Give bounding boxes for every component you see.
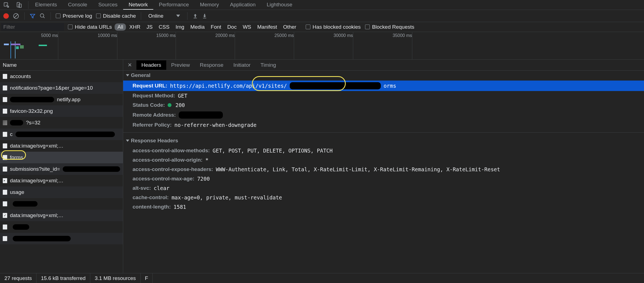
header-name: content-length: [133, 204, 171, 210]
request-row[interactable]: netlify.app [0, 94, 123, 105]
header-row: access-control-expose-headers:WWW-Authen… [123, 165, 644, 174]
disable-cache-label: Disable cache [103, 13, 136, 19]
checkbox-icon [306, 25, 310, 29]
type-filter-doc[interactable]: Doc [225, 23, 239, 31]
request-row[interactable]: data:image/svg+xml;… [0, 210, 123, 221]
header-row: alt-svc:clear [123, 183, 644, 193]
file-file-icon [3, 190, 7, 195]
request-row[interactable]: accounts [0, 71, 123, 82]
general-section-header[interactable]: General [123, 70, 644, 81]
preserve-log-checkbox[interactable]: Preserve log [56, 13, 92, 19]
record-button[interactable] [3, 13, 9, 19]
type-filter-img[interactable]: Img [173, 23, 187, 31]
file-file-icon [3, 225, 7, 229]
timeline-bar [39, 45, 47, 46]
request-row[interactable] [0, 198, 123, 210]
blocked-requests-label: Blocked Requests [372, 24, 414, 30]
filter-input[interactable] [1, 23, 64, 31]
request-row[interactable]: c [0, 129, 123, 140]
network-toolbar: Preserve log Disable cache Online [0, 10, 644, 22]
type-filter-xhr[interactable]: XHR [126, 23, 143, 31]
tab-network[interactable]: Network [123, 1, 154, 10]
header-row: Request Method:GET [123, 91, 644, 100]
close-icon[interactable]: ✕ [123, 62, 136, 68]
separator [187, 12, 188, 20]
type-filter-font[interactable]: Font [208, 23, 224, 31]
header-name: alt-svc: [133, 185, 151, 191]
details-tab-timing[interactable]: Timing [255, 60, 281, 70]
status-extra: F [141, 273, 153, 283]
type-filter-css[interactable]: CSS [156, 23, 172, 31]
tab-sources[interactable]: Sources [93, 1, 123, 9]
request-row[interactable] [0, 221, 123, 233]
header-row: access-control-allow-methods:GET, POST, … [123, 146, 644, 155]
tab-performance[interactable]: Performance [153, 1, 194, 9]
status-bar: 27 requests 15.6 kB transferred 3.1 MB r… [0, 273, 644, 283]
file-file-icon [3, 74, 7, 79]
details-tab-preview[interactable]: Preview [166, 60, 195, 70]
request-row[interactable]: favicon-32x32.png [0, 105, 123, 117]
svg-rect-8 [203, 18, 206, 18]
search-icon[interactable] [39, 13, 46, 19]
request-row[interactable]: usage [0, 186, 123, 198]
svg-line-4 [14, 14, 18, 18]
blocked-requests-checkbox[interactable]: Blocked Requests [365, 24, 414, 30]
disable-cache-checkbox[interactable]: Disable cache [96, 13, 136, 19]
timeline-gridline [294, 32, 294, 59]
device-icon[interactable] [16, 2, 22, 8]
header-row: Referrer Policy:no-referrer-when-downgra… [123, 120, 644, 130]
header-value: 1581 [173, 204, 186, 210]
header-name: Request URL: [133, 83, 167, 89]
request-row[interactable]: notifications?page=1&per_page=10 [0, 82, 123, 94]
hide-data-urls-checkbox[interactable]: Hide data URLs [68, 24, 112, 30]
request-row[interactable]: data:image/svg+xml;… [0, 175, 123, 186]
status-ok-icon [168, 103, 171, 107]
name-column-header[interactable]: Name [0, 60, 123, 71]
upload-icon[interactable] [192, 13, 198, 19]
request-row[interactable]: data:image/svg+xml;… [0, 140, 123, 152]
separator [28, 1, 28, 9]
response-headers-section-header[interactable]: Response Headers [123, 135, 644, 146]
request-row[interactable] [0, 233, 123, 244]
tab-lighthouse[interactable]: Lighthouse [261, 1, 298, 9]
main-split: accountsnotifications?page=1&per_page=10… [0, 71, 644, 283]
tab-elements[interactable]: Elements [30, 1, 62, 9]
request-row[interactable]: ?s=32 [0, 117, 123, 129]
type-filter-media[interactable]: Media [188, 23, 207, 31]
tab-memory[interactable]: Memory [194, 1, 225, 9]
details-tab-initiator[interactable]: Initiator [228, 60, 255, 70]
clear-icon[interactable] [13, 13, 19, 19]
header-name: access-control-expose-headers: [133, 166, 213, 172]
timeline-gridline [58, 32, 58, 59]
type-filter-js[interactable]: JS [144, 23, 155, 31]
tab-console[interactable]: Console [62, 1, 93, 9]
timeline-gridline [353, 32, 353, 59]
type-filter-all[interactable]: All [115, 23, 126, 31]
header-name: Request Method: [133, 93, 175, 99]
type-filter-manifest[interactable]: Manifest [255, 23, 280, 31]
tabs-host: ElementsConsoleSourcesNetworkPerformance… [30, 1, 298, 9]
type-filter-ws[interactable]: WS [240, 23, 254, 31]
inspect-icon[interactable] [3, 2, 9, 8]
filter-icon[interactable] [30, 13, 36, 19]
header-name: access-control-max-age: [133, 176, 194, 182]
download-icon[interactable] [202, 13, 207, 19]
request-row[interactable]: submissions?site_id= [0, 163, 123, 175]
throttling-select[interactable]: Online [146, 13, 182, 19]
timeline-overview[interactable]: 5000 ms10000 ms15000 ms20000 ms25000 ms3… [0, 32, 644, 60]
request-name: netlify.app [57, 97, 80, 103]
details-tab-response[interactable]: Response [195, 60, 228, 70]
svg-rect-1 [17, 2, 20, 7]
file-file-icon [3, 167, 7, 172]
request-list[interactable]: accountsnotifications?page=1&per_page=10… [0, 71, 123, 283]
request-row[interactable]: forms [0, 152, 123, 163]
details-tab-headers[interactable]: Headers [136, 60, 166, 70]
blocked-cookies-checkbox[interactable]: Has blocked cookies [306, 24, 361, 30]
timeline-bar [16, 46, 19, 49]
throttling-value: Online [148, 13, 163, 19]
type-filter-other[interactable]: Other [280, 23, 299, 31]
header-row: Request URL:https://api.netlify.com/api/… [123, 81, 644, 91]
file-file-icon [3, 236, 7, 241]
header-value: WWW-Authenticate, Link, Total, X-RateLim… [216, 166, 500, 172]
tab-application[interactable]: Application [225, 1, 261, 9]
